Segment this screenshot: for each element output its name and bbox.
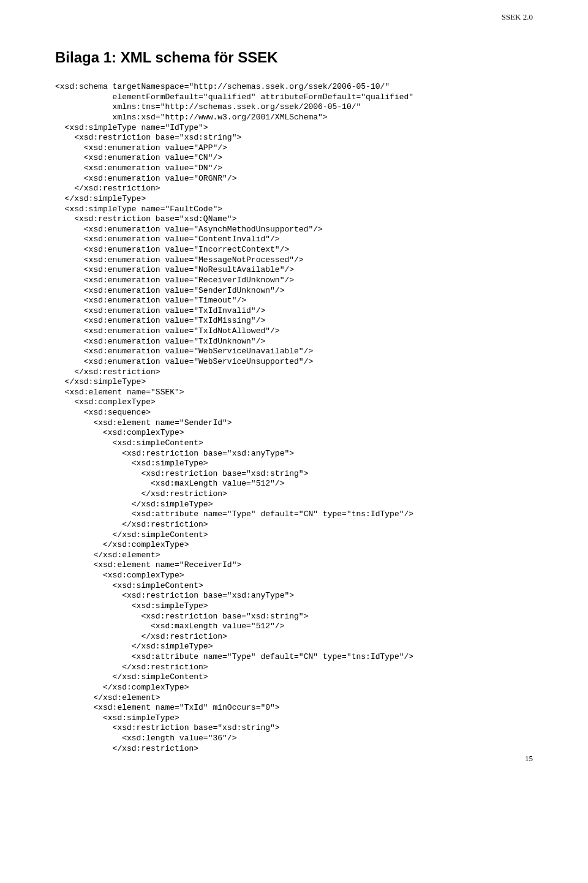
page-container: SSEK 2.0 Bilaga 1: XML schema för SSEK <… [0,0,588,772]
page-number: 15 [525,754,533,764]
xml-schema-code-block: <xsd:schema targetNamespace="http://sche… [55,82,533,754]
page-title: Bilaga 1: XML schema för SSEK [55,49,533,66]
header-doc-label: SSEK 2.0 [502,12,533,22]
